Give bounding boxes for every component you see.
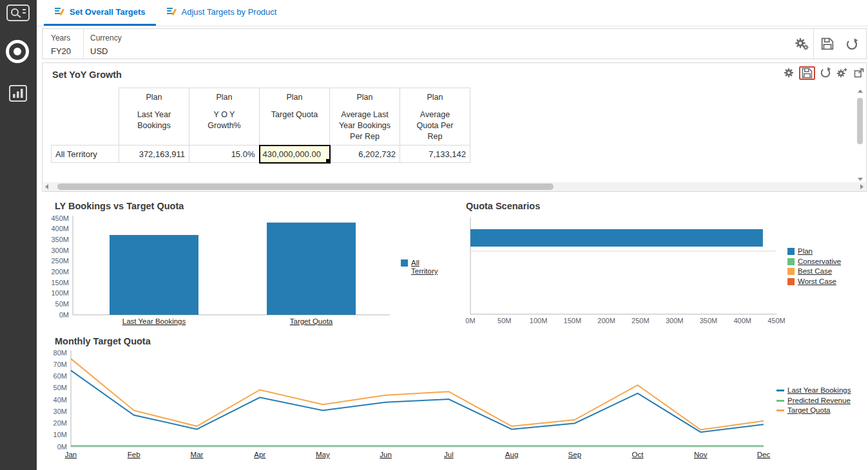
month-label[interactable]: Oct (632, 451, 644, 458)
month-label[interactable]: Dec (757, 451, 771, 458)
column-group-label: Plan (403, 92, 467, 103)
scroll-left-arrow[interactable] (45, 184, 48, 189)
month-label[interactable]: Nov (694, 451, 708, 458)
month-label[interactable]: Jul (444, 451, 454, 458)
column-header-line: Y O Y (192, 109, 256, 120)
column-group-label: Plan (262, 92, 327, 103)
legend-label[interactable]: Conservative (798, 258, 841, 266)
y-tick-label: 70M (53, 361, 67, 368)
column-header-line: Per Rep (333, 131, 397, 142)
settings-gear-icon[interactable] (794, 37, 809, 51)
cell-fill-handle[interactable] (326, 159, 329, 162)
grid-maximize-icon[interactable] (853, 67, 865, 79)
month-label[interactable]: May (316, 451, 330, 458)
y-tick-label: 10M (53, 431, 67, 438)
grid-business-rules-gear-icon[interactable] (836, 67, 849, 79)
grid-cell-selected[interactable]: 430,000,000.00 (260, 146, 330, 163)
scroll-up-arrow[interactable] (858, 89, 863, 93)
column-header-line: Bookings (122, 120, 186, 131)
quota-planning-target-icon[interactable] (5, 39, 30, 67)
chart-monthly-target-quota: Monthly Target Quota 0M10M20M30M40M50M60… (37, 332, 868, 470)
legend-item-predicted-revenue[interactable]: Predicted Revenue (776, 397, 851, 405)
legend-label[interactable]: Plan (798, 247, 813, 256)
grid-save-icon-highlighted[interactable] (799, 66, 815, 80)
grid-cell[interactable]: 7,133,142 (400, 146, 470, 163)
grid-column-header[interactable]: PlanLast YearBookings (119, 88, 189, 146)
legend-item-plan[interactable]: Plan (787, 247, 841, 256)
tab-label: Set Overall Targets (70, 7, 146, 17)
legend-label[interactable]: Worst Case (798, 277, 836, 286)
legend-item-last-year-bookings[interactable]: Last Year Bookings (776, 386, 851, 395)
month-label[interactable]: Feb (128, 451, 140, 458)
bar-target-quota[interactable] (267, 223, 356, 315)
month-label[interactable]: Jun (380, 451, 392, 458)
grid-refresh-icon[interactable] (820, 67, 831, 79)
legend-item-all-territory[interactable]: All Territory (401, 259, 438, 276)
grid-cell[interactable]: 15.0% (189, 146, 260, 163)
y-tick-label: 30M (53, 408, 67, 415)
column-header-line: Last Year (122, 109, 186, 120)
bar-plan[interactable] (470, 229, 763, 247)
save-icon[interactable] (821, 37, 834, 50)
grid-body: All Territory372,163,91115.0%430,000,000… (52, 146, 470, 163)
legend-line-swatch (776, 390, 784, 391)
vertical-scrollbar-thumb[interactable] (857, 98, 863, 144)
tab-adjust-targets-by-product[interactable]: Adjust Targets by Product (156, 0, 287, 26)
set-yoy-growth-panel: Set YoY Growth (42, 62, 867, 192)
pov-years[interactable]: Years FY20 (51, 29, 71, 56)
grid-cell[interactable]: 6,202,732 (330, 146, 400, 163)
legend-item-target-quota[interactable]: Target Quota (776, 406, 851, 415)
legend-item-conservative[interactable]: Conservative (787, 258, 841, 266)
reports-icon[interactable] (8, 84, 28, 105)
x-tick-label: 300M (666, 317, 684, 324)
grid-vertical-scrollbar[interactable] (855, 88, 865, 183)
years-label: Years (51, 33, 71, 42)
grid-row: All Territory372,163,91115.0%430,000,000… (52, 146, 470, 163)
month-label[interactable]: Apr (254, 451, 265, 458)
x-tick-label: 200M (597, 317, 615, 324)
legend-label[interactable]: Target Quota (787, 406, 830, 415)
console-icon[interactable] (6, 4, 30, 24)
grid-cell[interactable]: 372,163,911 (119, 146, 189, 163)
legend-label[interactable]: All (411, 259, 438, 267)
column-group-label: Plan (122, 92, 186, 103)
grid-row-header[interactable]: All Territory (52, 146, 119, 163)
month-label[interactable]: Jan (65, 451, 77, 458)
legend-item-best-case[interactable]: Best Case (787, 267, 841, 276)
y-tick-label: 300M (51, 247, 69, 254)
grid-column-header[interactable]: PlanAverage LastYear BookingsPer Rep (330, 88, 400, 146)
grid-column-header[interactable]: PlanTarget Quota (260, 88, 330, 146)
pov-currency[interactable]: Currency USD (90, 29, 122, 56)
grid-column-header[interactable]: PlanY O YGrowth% (189, 88, 260, 146)
bar-last-year-bookings[interactable] (110, 235, 198, 315)
scroll-right-arrow[interactable] (860, 184, 863, 189)
y-tick-label: 80M (53, 349, 67, 357)
line-target-quota[interactable] (71, 359, 764, 429)
refresh-icon[interactable] (845, 37, 858, 50)
y-tick-label: 0M (59, 311, 69, 319)
currency-value[interactable]: USD (90, 46, 122, 56)
category-label[interactable]: Last Year Bookings (122, 317, 186, 325)
grid-settings-gear-icon[interactable] (783, 67, 795, 79)
scroll-down-arrow[interactable] (858, 178, 863, 181)
pov-divider (83, 29, 84, 59)
horizontal-scrollbar-thumb[interactable] (57, 183, 554, 190)
legend-label[interactable]: Last Year Bookings (787, 386, 851, 395)
month-label[interactable]: Aug (505, 451, 518, 458)
legend-label[interactable]: Predicted Revenue (787, 397, 851, 405)
month-label[interactable]: Sep (568, 451, 581, 458)
grid-horizontal-scrollbar[interactable] (43, 182, 865, 191)
y-tick-label: 200M (51, 268, 69, 276)
month-label[interactable]: Mar (191, 451, 204, 458)
grid-column-header[interactable]: PlanAverageQuota PerRep (400, 88, 470, 146)
legend-item-worst-case[interactable]: Worst Case (787, 277, 841, 286)
y-tick-label: 150M (51, 279, 69, 287)
legend-label[interactable]: Best Case (798, 267, 832, 276)
years-value[interactable]: FY20 (51, 46, 71, 56)
legend-line-swatch (776, 400, 784, 402)
legend-label[interactable]: Territory (411, 267, 438, 276)
grid-toolbar (783, 65, 865, 80)
tab-set-overall-targets[interactable]: Set Overall Targets (44, 0, 156, 26)
category-label[interactable]: Target Quota (290, 317, 333, 325)
grid-header-row: PlanLast YearBookingsPlanY O YGrowth%Pla… (52, 88, 470, 146)
